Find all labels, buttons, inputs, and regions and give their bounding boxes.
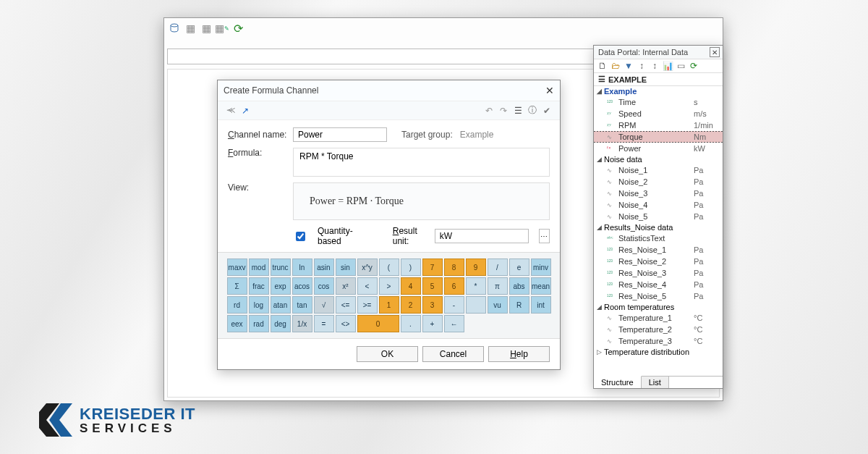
cancel-button[interactable]: Cancel	[422, 346, 484, 362]
calc-key[interactable]: vu	[488, 296, 508, 314]
tree-channel[interactable]: ∿TorqueNm	[594, 131, 723, 143]
calc-key[interactable]: rd	[227, 296, 247, 314]
tree-channel[interactable]: ∿Noise_1Pa	[594, 164, 723, 176]
tree-channel[interactable]: ᶠˣPowerkW	[594, 143, 723, 154]
tab-list[interactable]: List	[642, 377, 669, 388]
tree-channel[interactable]: ᵡʸRPM1/min	[594, 119, 723, 131]
chart-icon[interactable]: 📊	[662, 61, 673, 71]
tree-group[interactable]: ◢Example	[594, 86, 723, 96]
portal-root-label[interactable]: ☰ EXAMPLE	[594, 73, 723, 86]
tree-channel[interactable]: ∿Noise_2Pa	[594, 176, 723, 188]
calc-key[interactable]: abs	[509, 277, 529, 295]
tree-channel[interactable]: ¹²³Res_Noise_5Pa	[594, 290, 723, 302]
calc-key[interactable]: =	[314, 315, 334, 332]
tree-channel[interactable]: ∿Temperature_2°C	[594, 324, 723, 335]
tree-channel[interactable]: ∿Noise_5Pa	[594, 211, 723, 222]
calc-key[interactable]: e	[509, 258, 529, 276]
calc-key[interactable]: x²	[336, 277, 356, 295]
calc-key[interactable]: <=	[336, 296, 356, 314]
calc-key[interactable]: √	[314, 296, 334, 314]
calc-key[interactable]: ln	[292, 258, 312, 276]
calc-key[interactable]: cos	[314, 277, 334, 295]
calc-key[interactable]: Σ	[227, 277, 247, 295]
redo-icon[interactable]: ↷	[496, 106, 511, 116]
portal-close-icon[interactable]: ✕	[710, 47, 720, 57]
grid2-icon[interactable]: ▦	[199, 21, 213, 35]
calc-key[interactable]: 5	[422, 277, 443, 295]
calc-key[interactable]: eex	[227, 315, 247, 332]
grid-edit-icon[interactable]: ▦✎	[215, 21, 229, 35]
tree-channel[interactable]: ¹²³Res_Noise_4Pa	[594, 279, 723, 290]
channel-tree[interactable]: ◢Example¹²³TimesᵡʸSpeedm/sᵡʸRPM1/min∿Tor…	[594, 86, 723, 376]
calc-key[interactable]: +	[422, 315, 443, 332]
tab-structure[interactable]: Structure	[594, 376, 642, 388]
calc-key[interactable]: rad	[249, 315, 269, 332]
calc-key[interactable]: int	[531, 296, 551, 314]
tree-channel[interactable]: ᵡʸSpeedm/s	[594, 108, 723, 119]
open-icon[interactable]: 🗁	[610, 61, 621, 71]
calc-key[interactable]: deg	[271, 315, 291, 332]
channel-name-input[interactable]	[293, 127, 387, 142]
calc-key[interactable]: <	[357, 277, 378, 295]
calc-key[interactable]: ←	[444, 315, 464, 332]
tree-channel[interactable]: ∿Noise_3Pa	[594, 188, 723, 199]
ok-button[interactable]: OK	[357, 346, 418, 362]
calc-key[interactable]: log	[249, 296, 269, 314]
table-icon[interactable]: ▭	[675, 61, 686, 71]
unit-browse-button[interactable]: ⋯	[539, 229, 550, 243]
calc-key[interactable]: tan	[292, 296, 312, 314]
db-icon[interactable]	[167, 21, 182, 35]
calc-key[interactable]	[466, 296, 486, 314]
help-button[interactable]: Help	[488, 346, 550, 362]
filter-icon[interactable]: ▼	[623, 61, 634, 71]
formula-input[interactable]: RPM * Torque	[293, 148, 550, 177]
sort-asc-icon[interactable]: ↕	[636, 61, 647, 71]
calc-key[interactable]: sin	[336, 258, 356, 276]
check-icon[interactable]: ✔	[540, 106, 554, 116]
tree-group[interactable]: ▷Temperature distribution	[594, 347, 723, 357]
result-unit-input[interactable]	[435, 229, 529, 243]
list-icon[interactable]: ☰	[511, 106, 525, 116]
calc-key[interactable]: minv	[531, 258, 551, 276]
calc-key[interactable]: acos	[292, 277, 312, 295]
tree-group[interactable]: ◢Noise data	[594, 154, 723, 164]
sort-desc-icon[interactable]: ↕	[649, 61, 660, 71]
search-input[interactable]	[167, 49, 626, 64]
refresh-icon[interactable]: ⟳	[231, 21, 245, 35]
calc-key[interactable]: 8	[444, 258, 464, 276]
calc-key[interactable]: 2	[401, 296, 421, 314]
tree-channel[interactable]: ¹²³Res_Noise_1Pa	[594, 244, 723, 256]
calc-key[interactable]: .	[401, 315, 421, 332]
calc-key[interactable]: maxv	[227, 258, 247, 276]
calc-key[interactable]: 1	[379, 296, 399, 314]
calc-key[interactable]: 7	[422, 258, 443, 276]
calc-key[interactable]: >	[379, 277, 399, 295]
quantity-based-checkbox[interactable]	[296, 232, 305, 241]
calc-key[interactable]: /	[488, 258, 508, 276]
tree-channel[interactable]: ∿Noise_4Pa	[594, 199, 723, 211]
calc-key[interactable]: asin	[314, 258, 334, 276]
tree-group[interactable]: ◢Room temperatures	[594, 302, 723, 312]
tree-channel[interactable]: ᵃᵇᶜStatisticsText	[594, 232, 723, 244]
calc-key[interactable]: trunc	[271, 258, 291, 276]
open-external-icon[interactable]: ↗	[238, 106, 252, 116]
calc-key[interactable]: mean	[531, 277, 551, 295]
calc-key[interactable]: 0	[357, 315, 399, 332]
calc-key[interactable]: (	[379, 258, 399, 276]
calc-key[interactable]: frac	[249, 277, 269, 295]
calc-key[interactable]: mod	[249, 258, 269, 276]
tree-channel[interactable]: ∿Temperature_3°C	[594, 335, 723, 347]
calc-key[interactable]: R	[509, 296, 529, 314]
undo-icon[interactable]: ↶	[482, 106, 496, 116]
collapse-all-icon[interactable]: ⪻	[224, 106, 238, 116]
grid1-icon[interactable]: ▦	[183, 21, 197, 35]
calc-key[interactable]: 9	[466, 258, 486, 276]
tree-channel[interactable]: ¹²³Res_Noise_2Pa	[594, 256, 723, 267]
new-icon[interactable]: 🗋	[597, 61, 608, 71]
calc-key[interactable]: exp	[271, 277, 291, 295]
calc-key[interactable]: atan	[271, 296, 291, 314]
calc-key[interactable]: 4	[401, 277, 421, 295]
tree-group[interactable]: ◢Results_Noise data	[594, 222, 723, 232]
info-icon[interactable]: ⓘ	[525, 104, 540, 117]
calc-key[interactable]: 1/x	[292, 315, 312, 332]
